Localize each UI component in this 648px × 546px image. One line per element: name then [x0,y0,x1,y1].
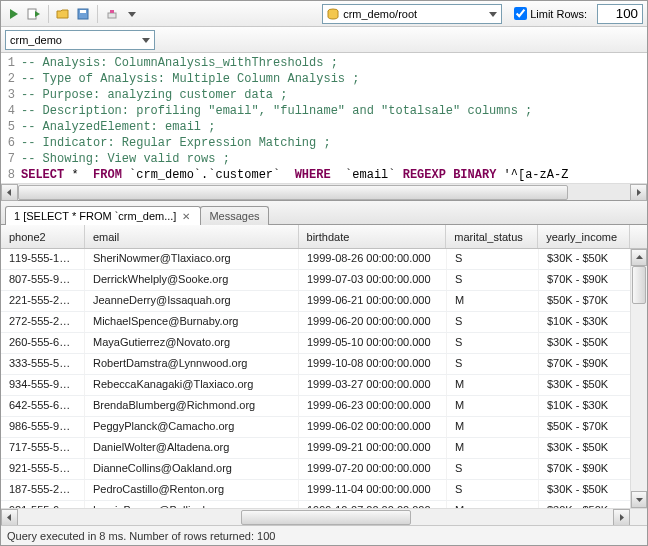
table-cell: 921-555-6608 [1,501,85,508]
table-cell: 1999-06-21 00:00:00.000 [299,291,447,311]
column-header[interactable]: email [85,225,299,248]
save-file-icon[interactable] [74,5,92,23]
run-script-icon[interactable] [25,5,43,23]
tab-result[interactable]: 1 [SELECT * FROM `crm_dem...] ✕ [5,206,201,225]
table-row[interactable]: 717-555-5324DanielWolter@Altadena.org199… [1,438,647,459]
table-cell: $10K - $30K [539,312,631,332]
grid-horizontal-scrollbar[interactable] [1,508,647,525]
chevron-down-icon[interactable] [123,5,141,23]
limit-rows-input[interactable] [514,7,527,20]
table-row[interactable]: 642-555-6483BrendaBlumberg@Richmond.org1… [1,396,647,417]
scroll-thumb[interactable] [241,510,411,525]
column-header[interactable]: yearly_income [538,225,630,248]
table-row[interactable]: 807-555-9033DerrickWhelply@Sooke.org1999… [1,270,647,291]
limit-rows-value[interactable] [597,4,643,24]
table-cell: 1999-06-02 00:00:00.000 [299,417,447,437]
column-header[interactable]: birthdate [299,225,447,248]
table-row[interactable]: 921-555-5446DianneCollins@Oakland.org199… [1,459,647,480]
grid-header: phone2emailbirthdatemarital_statusyearly… [1,225,647,249]
connection-select[interactable]: crm_demo/root [322,4,502,24]
scroll-thumb[interactable] [632,266,646,304]
table-cell: 1999-08-26 00:00:00.000 [299,249,447,269]
close-icon[interactable]: ✕ [180,211,192,222]
table-cell: 1999-07-20 00:00:00.000 [299,459,447,479]
table-row[interactable]: 272-555-2844MichaelSpence@Burnaby.org199… [1,312,647,333]
svg-rect-5 [108,13,116,18]
svg-marker-14 [636,498,643,502]
editor-horizontal-scrollbar[interactable] [1,183,647,200]
scroll-left-button[interactable] [1,184,18,201]
table-cell: DanielWolter@Altadena.org [85,438,299,458]
main-toolbar: crm_demo/root Limit Rows: [1,1,647,27]
table-row[interactable]: 260-555-6936MayaGutierrez@Novato.org1999… [1,333,647,354]
sql-editor[interactable]: 1-- Analysis: ColumnAnalysis_withThresho… [1,53,647,183]
scroll-down-button[interactable] [631,491,647,508]
table-row[interactable]: 921-555-6608LaurieBorges@Bellingham.org1… [1,501,647,508]
table-cell: M [447,396,539,416]
run-sql-icon[interactable] [5,5,23,23]
tab-messages-label: Messages [209,210,259,222]
table-cell: M [447,375,539,395]
table-cell: MichaelSpence@Burnaby.org [85,312,299,332]
table-cell: $30K - $50K [539,501,631,508]
table-cell: S [447,480,539,500]
scroll-right-button[interactable] [630,184,647,201]
table-cell: MayaGutierrez@Novato.org [85,333,299,353]
scroll-right-button[interactable] [613,509,630,525]
scroll-left-button[interactable] [1,509,18,525]
table-cell: 272-555-2844 [1,312,85,332]
clear-icon[interactable] [103,5,121,23]
table-cell: DianneCollins@Oakland.org [85,459,299,479]
table-row[interactable]: 986-555-9424PeggyPlanck@Camacho.org1999-… [1,417,647,438]
svg-marker-13 [636,255,643,259]
editor-line: 4-- Description: profiling "email", "ful… [1,103,647,119]
line-number: 5 [1,119,21,135]
scroll-up-button[interactable] [631,249,647,266]
limit-rows-checkbox[interactable]: Limit Rows: [514,7,587,20]
table-cell: 1999-07-03 00:00:00.000 [299,270,447,290]
table-row[interactable]: 119-555-1969SheriNowmer@Tlaxiaco.org1999… [1,249,647,270]
line-number: 3 [1,87,21,103]
table-cell: M [447,438,539,458]
database-toolbar: crm_demo [1,27,647,53]
table-cell: $70K - $90K [539,354,631,374]
line-code: -- Showing: View valid rows ; [21,151,647,167]
scroll-thumb[interactable] [18,185,568,200]
table-row[interactable]: 187-555-2286PedroCastillo@Renton.org1999… [1,480,647,501]
table-cell: 642-555-6483 [1,396,85,416]
table-row[interactable]: 934-555-9211RebeccaKanagaki@Tlaxiaco.org… [1,375,647,396]
editor-line: 1-- Analysis: ColumnAnalysis_withThresho… [1,55,647,71]
separator [97,5,98,23]
separator [48,5,49,23]
editor-line: 6-- Indicator: Regular Expression Matchi… [1,135,647,151]
table-cell: S [447,312,539,332]
line-code: -- Purpose: analyzing customer data ; [21,87,647,103]
svg-rect-6 [110,10,114,13]
table-cell: JeanneDerry@Issaquah.org [85,291,299,311]
table-cell: 221-555-2493 [1,291,85,311]
editor-line: 8SELECT * FROM `crm_demo`.`customer` WHE… [1,167,647,183]
table-cell: BrendaBlumberg@Richmond.org [85,396,299,416]
table-cell: S [447,333,539,353]
open-file-icon[interactable] [54,5,72,23]
line-code: -- Description: profiling "email", "full… [21,103,647,119]
column-header[interactable]: phone2 [1,225,85,248]
tab-messages[interactable]: Messages [200,206,268,225]
database-icon [327,8,339,20]
svg-marker-7 [128,12,136,17]
editor-line: 7-- Showing: View valid rows ; [1,151,647,167]
status-bar: Query executed in 8 ms. Number of rows r… [1,525,647,545]
table-row[interactable]: 333-555-5915RobertDamstra@Lynnwood.org19… [1,354,647,375]
column-header[interactable]: marital_status [446,225,538,248]
table-cell: 717-555-5324 [1,438,85,458]
result-grid-panel: phone2emailbirthdatemarital_statusyearly… [1,225,647,525]
connection-label: crm_demo/root [343,8,417,20]
tab-result-label: 1 [SELECT * FROM `crm_dem...] [14,210,176,222]
table-cell: 187-555-2286 [1,480,85,500]
status-text: Query executed in 8 ms. Number of rows r… [7,530,275,542]
grid-vertical-scrollbar[interactable] [630,249,647,508]
database-select[interactable]: crm_demo [5,30,155,50]
table-row[interactable]: 221-555-2493JeanneDerry@Issaquah.org1999… [1,291,647,312]
table-cell: 1999-09-21 00:00:00.000 [299,438,447,458]
table-cell: S [447,270,539,290]
